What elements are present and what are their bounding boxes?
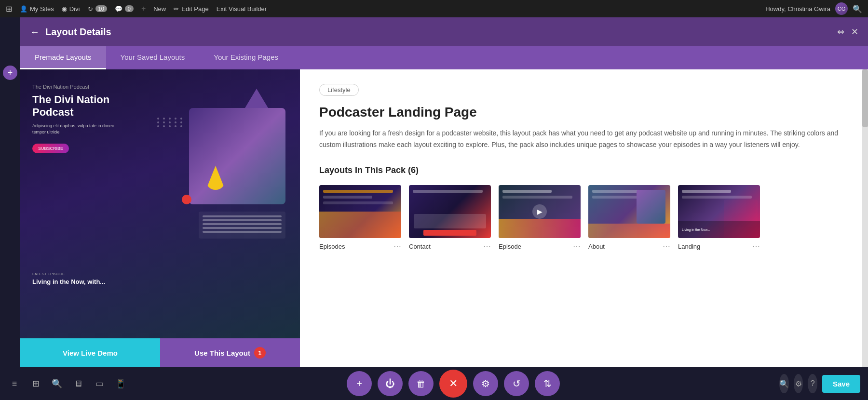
exit-builder-link[interactable]: Exit Visual Builder xyxy=(217,5,267,13)
view-live-demo-button[interactable]: View Live Demo xyxy=(20,338,160,367)
tab-premade-layouts[interactable]: Premade Layouts xyxy=(20,46,106,69)
edit-icon: ✏ xyxy=(174,5,179,13)
grid-view-button[interactable]: ⊞ xyxy=(29,375,42,392)
category-tag[interactable]: Lifestyle xyxy=(319,84,359,96)
history-button[interactable]: ↺ xyxy=(504,371,529,396)
dot-1 xyxy=(157,118,159,120)
comments-link[interactable]: 💬 0 xyxy=(115,5,134,13)
use-layout-badge: 1 xyxy=(254,347,266,359)
preview-latest-episode: LATEST EPISODE Living in the Now, with..… xyxy=(32,272,288,285)
history-icon: ↺ xyxy=(513,378,521,389)
episode-title: Living in the Now, with... xyxy=(32,278,288,285)
updates-link[interactable]: ↻ 10 xyxy=(88,5,107,13)
modal-header-actions: ⇔ ✕ xyxy=(837,27,858,37)
thumbnail-label-episodes: Episodes ⋯ xyxy=(319,242,401,251)
desktop-view-button[interactable]: 🖥 xyxy=(71,375,85,392)
thumb-content-landing: Living in the Now... xyxy=(678,185,760,238)
save-button[interactable]: Save xyxy=(822,375,860,393)
decorative-red-dot xyxy=(182,195,191,204)
thumbnail-image-episodes[interactable] xyxy=(319,185,401,238)
thumb-menu-about[interactable]: ⋯ xyxy=(663,242,670,251)
scrollbar[interactable] xyxy=(862,69,868,367)
dot-10 xyxy=(180,121,182,123)
wp-logo[interactable]: ⊞ xyxy=(6,4,12,13)
hamburger-menu-button[interactable]: ≡ xyxy=(8,375,21,392)
modal-close-icon[interactable]: ✕ xyxy=(851,27,858,37)
search-button[interactable]: 🔍 xyxy=(50,375,64,392)
left-sidebar: + xyxy=(0,17,20,400)
tab-existing-pages[interactable]: Your Existing Pages xyxy=(199,46,293,69)
dot-14 xyxy=(175,125,176,127)
comments-badge: 0 xyxy=(125,5,134,12)
modal-tabs: Premade Layouts Your Saved Layouts Your … xyxy=(20,46,868,69)
user-avatar[interactable]: CG xyxy=(835,2,848,15)
page-settings-button[interactable]: ⏻ xyxy=(378,371,403,396)
new-label: New xyxy=(153,5,166,13)
divi-link[interactable]: ◉ Divi xyxy=(62,5,80,13)
dot-12 xyxy=(163,125,165,127)
exit-builder-label: Exit Visual Builder xyxy=(217,5,267,13)
preview-image: The Divi Nation Podcast The Divi NationP… xyxy=(20,69,300,338)
preview-dots-grid xyxy=(157,118,184,127)
bottom-toolbar: ≡ ⊞ 🔍 🖥 ▭ 📱 + ⏻ 🗑 ✕ ⚙ ↺ ⇅ 🔍 ⚙ ? Sav xyxy=(0,367,868,400)
admin-search-icon[interactable]: 🔍 xyxy=(853,4,862,13)
separator-1: + xyxy=(141,4,146,13)
thumb-name-contact: Contact xyxy=(409,243,431,250)
module-settings-button[interactable]: ⚙ xyxy=(473,371,498,396)
use-this-layout-button[interactable]: Use This Layout 1 xyxy=(160,338,300,367)
my-sites-link[interactable]: 👤 My Sites xyxy=(20,5,54,13)
text-line-1 xyxy=(203,215,282,217)
adjustments-icon: ⇅ xyxy=(543,378,552,389)
my-sites-label: My Sites xyxy=(30,5,54,13)
tab-saved-layouts[interactable]: Your Saved Layouts xyxy=(106,46,200,69)
wireframe-button[interactable]: ⇅ xyxy=(535,371,560,396)
mobile-view-button[interactable]: 📱 xyxy=(114,375,127,392)
settings-right-button[interactable]: ⚙ xyxy=(794,374,803,393)
thumbnail-card-contact: Contact ⋯ xyxy=(409,185,491,251)
comments-icon: 💬 xyxy=(115,5,122,13)
layout-details-modal: ← Layout Details ⇔ ✕ Premade Layouts You… xyxy=(20,17,868,367)
add-content-button[interactable]: + xyxy=(347,371,372,396)
thumbnail-card-episode: ▶ Episode ⋯ xyxy=(499,185,581,251)
layout-title: Podcaster Landing Page xyxy=(319,105,843,120)
tablet-view-button[interactable]: ▭ xyxy=(93,375,106,392)
plus-icon: + xyxy=(8,68,13,78)
dot-9 xyxy=(175,121,176,123)
close-icon: ✕ xyxy=(449,377,458,390)
edit-page-link[interactable]: ✏ Edit Page xyxy=(174,5,208,13)
divi-icon: ◉ xyxy=(62,5,67,13)
thumb-menu-contact[interactable]: ⋯ xyxy=(483,242,491,251)
dot-6 xyxy=(157,121,159,123)
my-sites-icon: 👤 xyxy=(20,5,27,13)
thumbnail-label-about: About ⋯ xyxy=(588,242,670,251)
new-link[interactable]: New xyxy=(153,5,166,13)
thumb-menu-episode[interactable]: ⋯ xyxy=(573,242,581,251)
search-right-button[interactable]: 🔍 xyxy=(779,374,789,393)
updates-icon: ↻ xyxy=(88,5,93,13)
back-icon: ← xyxy=(30,27,40,37)
add-module-button[interactable]: + xyxy=(3,66,17,80)
dot-8 xyxy=(169,121,171,123)
thumb-content-about xyxy=(588,185,670,238)
help-button[interactable]: ? xyxy=(808,374,817,393)
modal-resize-icon[interactable]: ⇔ xyxy=(837,27,844,37)
preview-subscribe-button[interactable]: SUBSCRIBE xyxy=(32,144,69,153)
close-builder-button[interactable]: ✕ xyxy=(439,370,467,398)
thumbnail-image-contact[interactable] xyxy=(409,185,491,238)
edit-page-label: Edit Page xyxy=(181,5,208,13)
preview-actions: View Live Demo Use This Layout 1 xyxy=(20,338,300,367)
thumbnail-card-about: About ⋯ xyxy=(588,185,670,251)
thumbnail-image-landing[interactable]: Living in the Now... xyxy=(678,185,760,238)
preview-text-block xyxy=(199,212,285,239)
thumb-menu-landing[interactable]: ⋯ xyxy=(752,242,760,251)
thumbnail-image-about[interactable] xyxy=(588,185,670,238)
thumbnail-image-episode[interactable]: ▶ xyxy=(499,185,581,238)
modal-content: The Divi Nation Podcast The Divi NationP… xyxy=(20,69,868,367)
scrollbar-thumb[interactable] xyxy=(862,69,868,127)
thumb-menu-episodes[interactable]: ⋯ xyxy=(393,242,401,251)
modal-back-button[interactable]: ← xyxy=(30,27,40,37)
delete-button[interactable]: 🗑 xyxy=(408,371,434,396)
howdy-text: Howdy, Christina Gwira xyxy=(765,5,830,13)
wp-icon: ⊞ xyxy=(6,4,12,13)
add-icon: + xyxy=(356,378,362,389)
